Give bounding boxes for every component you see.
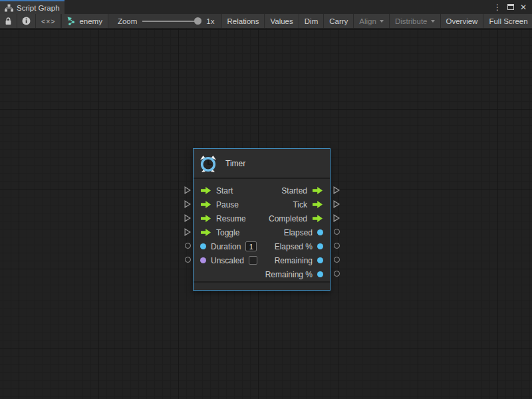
tab-title: Script Graph xyxy=(17,4,60,12)
input-port-start[interactable]: Start xyxy=(200,184,257,198)
graph-canvas[interactable]: Timer Start Pause Resume ToggleDuration1… xyxy=(0,29,532,399)
flow-port-outline-icon xyxy=(184,228,191,236)
input-port-toggle[interactable]: Toggle xyxy=(200,225,257,239)
align-dropdown[interactable]: Align xyxy=(354,14,390,28)
port-label: Toggle xyxy=(216,228,239,237)
port-label: Duration xyxy=(211,242,241,251)
external-input-port-toggle[interactable] xyxy=(184,228,192,236)
distribute-dropdown[interactable]: Distribute xyxy=(390,14,441,28)
external-output-port-completed[interactable] xyxy=(332,214,340,222)
value-port-outline-icon xyxy=(185,243,191,249)
script-graph-window: Script Graph ⋮ ✕ <×> xyxy=(0,0,532,399)
flow-port-outline-icon xyxy=(184,186,191,194)
window-controls: ⋮ ✕ xyxy=(493,0,532,14)
output-port-elapsed[interactable]: Elapsed xyxy=(265,225,323,239)
inputs-column: Start Pause Resume ToggleDuration1Unscal… xyxy=(200,184,257,267)
input-port-unscaled[interactable]: Unscaled xyxy=(200,253,257,267)
input-port-duration[interactable]: Duration1 xyxy=(200,239,257,253)
lock-icon xyxy=(5,17,12,25)
external-input-port-pause[interactable] xyxy=(184,200,192,208)
external-output-port-elapsed[interactable] xyxy=(332,242,340,250)
flow-port-arrow-icon xyxy=(200,228,211,237)
output-port-elapsed[interactable]: Elapsed % xyxy=(265,239,323,253)
external-output-port-remaining[interactable] xyxy=(332,270,340,278)
external-output-port-remaining[interactable] xyxy=(332,256,340,264)
flow-port-arrow-icon xyxy=(200,214,211,223)
flow-port-outline-icon xyxy=(184,214,191,222)
flow-port-arrow-icon xyxy=(312,214,323,223)
zoom-slider-handle[interactable] xyxy=(194,17,201,25)
output-port-completed[interactable]: Completed xyxy=(265,211,323,225)
value-port-dot-icon xyxy=(200,243,206,249)
maximize-icon[interactable] xyxy=(507,4,514,10)
fullscreen-button[interactable]: Full Screen xyxy=(483,14,532,28)
values-button[interactable]: Values xyxy=(265,14,299,28)
external-input-port-unscaled[interactable] xyxy=(184,256,192,264)
breadcrumb-enemy[interactable]: enemy xyxy=(62,14,108,28)
value-port-outline-icon xyxy=(334,243,340,249)
port-label: Pause xyxy=(216,200,239,209)
outputs-column: Started Tick Completed ElapsedElapsed %R… xyxy=(265,184,323,281)
flow-port-arrow-icon xyxy=(312,186,323,195)
input-port-pause[interactable]: Pause xyxy=(200,198,257,211)
node-footer xyxy=(194,281,330,290)
output-port-started[interactable]: Started xyxy=(265,184,323,198)
value-port-outline-icon xyxy=(334,271,340,277)
toolbar: <×> enemy Zoom 1x Relations Values Dim C… xyxy=(0,14,532,29)
external-input-port-duration[interactable] xyxy=(184,242,192,250)
flow-port-outline-icon xyxy=(333,214,340,222)
flow-port-outline-icon xyxy=(333,186,340,194)
distribute-label: Distribute xyxy=(395,17,428,25)
external-output-port-started[interactable] xyxy=(332,186,340,194)
value-port-dot-icon xyxy=(317,271,323,277)
zoom-slider-track xyxy=(142,21,201,22)
input-port-resume[interactable]: Resume xyxy=(200,211,257,225)
info-button[interactable] xyxy=(17,14,36,28)
lock-button[interactable] xyxy=(0,14,17,28)
output-port-remaining[interactable]: Remaining xyxy=(265,253,323,267)
flow-port-arrow-icon xyxy=(200,200,211,209)
zoom-control: Zoom 1x xyxy=(108,14,221,28)
titlebar: Script Graph ⋮ ✕ xyxy=(0,0,532,14)
overview-button[interactable]: Overview xyxy=(441,14,484,28)
zoom-slider[interactable] xyxy=(142,17,201,25)
window-menu-icon[interactable]: ⋮ xyxy=(493,3,501,11)
value-port-dot-icon xyxy=(317,243,323,249)
graph-breadcrumb-icon xyxy=(67,17,76,25)
dim-button[interactable]: Dim xyxy=(299,14,324,28)
port-label: Completed xyxy=(269,214,307,223)
port-label: Tick xyxy=(293,200,307,209)
tab-script-graph[interactable]: Script Graph xyxy=(0,0,65,14)
close-icon[interactable]: ✕ xyxy=(520,3,527,11)
duration-field[interactable]: 1 xyxy=(245,241,257,251)
output-port-remaining[interactable]: Remaining % xyxy=(265,267,323,281)
breadcrumb-label: enemy xyxy=(79,17,102,25)
port-label: Elapsed % xyxy=(275,242,313,251)
port-label: Resume xyxy=(216,214,246,223)
zoom-label: Zoom xyxy=(118,17,137,25)
carry-button[interactable]: Carry xyxy=(324,14,354,28)
code-icon: <×> xyxy=(41,17,55,25)
chevron-down-icon xyxy=(380,20,384,23)
code-button[interactable]: <×> xyxy=(36,14,61,28)
port-label: Remaining % xyxy=(265,270,313,279)
unscaled-checkbox[interactable] xyxy=(249,256,257,265)
external-output-port-elapsed[interactable] xyxy=(332,228,340,236)
external-output-port-tick[interactable] xyxy=(332,200,340,208)
value-port-dot-icon xyxy=(200,257,206,263)
flow-port-arrow-icon xyxy=(200,186,211,195)
node-title: Timer xyxy=(225,159,245,168)
relations-button[interactable]: Relations xyxy=(221,14,265,28)
external-input-port-start[interactable] xyxy=(184,186,192,194)
output-port-tick[interactable]: Tick xyxy=(265,198,323,211)
flow-port-outline-icon xyxy=(333,200,340,208)
value-port-outline-icon xyxy=(185,257,191,263)
value-port-dot-icon xyxy=(317,229,323,235)
flow-port-outline-icon xyxy=(184,200,191,208)
timer-node-header[interactable]: Timer xyxy=(194,149,330,179)
external-input-port-resume[interactable] xyxy=(184,214,192,222)
port-label: Unscaled xyxy=(211,256,244,265)
value-port-dot-icon xyxy=(317,257,323,263)
zoom-value: 1x xyxy=(206,17,214,25)
timer-node[interactable]: Timer Start Pause Resume ToggleDuration1… xyxy=(193,148,331,291)
